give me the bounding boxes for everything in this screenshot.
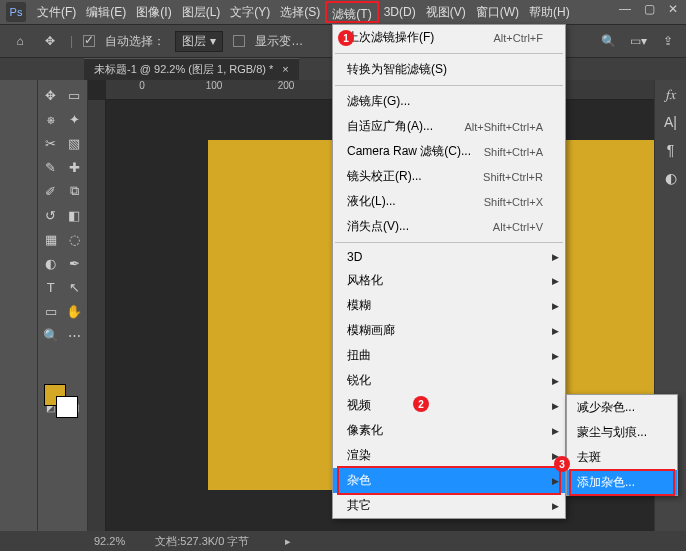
toolbox: ✥ ▭ ⎈ ✦ ✂ ▧ ✎ ✚ ✐ ⧉ ↺ ◧ ▦ ◌ ◐ ✒ T ↖ ▭ ✋ … <box>38 80 88 531</box>
menu-camera-raw[interactable]: Camera Raw 滤镜(C)...Shift+Ctrl+A <box>333 139 565 164</box>
menu-distort[interactable]: 扭曲 <box>333 343 565 368</box>
doc-info: 文档:527.3K/0 字节 <box>155 534 249 549</box>
eyedropper-tool[interactable]: ✎ <box>40 156 62 178</box>
close-icon[interactable]: ✕ <box>666 4 680 16</box>
menu-file[interactable]: 文件(F) <box>32 1 81 23</box>
status-bar: 92.2% 文档:527.3K/0 字节 ▸ <box>0 531 686 551</box>
menu-vanishing-point[interactable]: 消失点(V)...Alt+Ctrl+V <box>333 214 565 239</box>
menu-help[interactable]: 帮助(H) <box>524 1 575 23</box>
menu-layer[interactable]: 图层(L) <box>177 1 226 23</box>
annotation-badge-1: 1 <box>338 30 354 46</box>
menu-convert-smart[interactable]: 转换为智能滤镜(S) <box>333 57 565 82</box>
path-tool[interactable]: ↖ <box>64 276 86 298</box>
frame-tool[interactable]: ▧ <box>64 132 86 154</box>
stamp-tool[interactable]: ⧉ <box>64 180 86 202</box>
move-tool-icon[interactable]: ✥ <box>40 31 60 51</box>
minimize-icon[interactable]: — <box>618 4 632 16</box>
shape-tool[interactable]: ▭ <box>40 300 62 322</box>
filter-menu: 上次滤镜操作(F)Alt+Ctrl+F 转换为智能滤镜(S) 滤镜库(G)...… <box>332 24 566 519</box>
lasso-tool[interactable]: ⎈ <box>40 108 62 130</box>
pen-tool[interactable]: ✒ <box>64 252 86 274</box>
background-color[interactable] <box>56 396 78 418</box>
menu-adaptive-wide[interactable]: 自适应广角(A)...Alt+Shift+Ctrl+A <box>333 114 565 139</box>
fx-panel-icon[interactable]: 𝑓𝑥 <box>662 86 680 104</box>
type-tool[interactable]: T <box>40 276 62 298</box>
menu-pixelate[interactable]: 像素化 <box>333 418 565 443</box>
menu-image[interactable]: 图像(I) <box>131 1 176 23</box>
blur-tool[interactable]: ◌ <box>64 228 86 250</box>
auto-select-checkbox[interactable] <box>83 35 95 47</box>
submenu-add-noise[interactable]: 添加杂色... <box>567 470 677 495</box>
window-controls: — ▢ ✕ <box>618 4 680 16</box>
marquee-tool[interactable]: ▭ <box>64 84 86 106</box>
annotation-badge-2: 2 <box>413 396 429 412</box>
ruler-vertical <box>88 100 106 531</box>
menu-sharpen[interactable]: 锐化 <box>333 368 565 393</box>
annotation-badge-3: 3 <box>554 456 570 472</box>
left-dock <box>0 80 38 531</box>
close-tab-icon[interactable]: × <box>282 63 288 75</box>
menu-view[interactable]: 视图(V) <box>421 1 471 23</box>
adjustments-panel-icon[interactable]: ◐ <box>662 170 680 188</box>
menu-3d[interactable]: 3D(D) <box>379 1 421 23</box>
show-transform-label: 显示变… <box>255 33 303 50</box>
maximize-icon[interactable]: ▢ <box>642 4 656 16</box>
move-tool[interactable]: ✥ <box>40 84 62 106</box>
menu-filter-gallery[interactable]: 滤镜库(G)... <box>333 89 565 114</box>
heal-tool[interactable]: ✚ <box>64 156 86 178</box>
menu-last-filter[interactable]: 上次滤镜操作(F)Alt+Ctrl+F <box>333 25 565 50</box>
home-icon[interactable]: ⌂ <box>10 31 30 51</box>
zoom-level[interactable]: 92.2% <box>94 535 125 547</box>
dodge-tool[interactable]: ◐ <box>40 252 62 274</box>
document-tab[interactable]: 未标题-1 @ 92.2% (图层 1, RGB/8) * × <box>84 58 299 80</box>
menu-render[interactable]: 渲染 <box>333 443 565 468</box>
search-icon[interactable]: 🔍 <box>598 31 618 51</box>
menu-noise[interactable]: 杂色 <box>333 468 565 493</box>
submenu-reduce-noise[interactable]: 减少杂色... <box>567 395 677 420</box>
workspace-icon[interactable]: ▭▾ <box>628 31 648 51</box>
app-logo <box>6 2 26 22</box>
auto-select-label: 自动选择： <box>105 33 165 50</box>
menu-blur[interactable]: 模糊 <box>333 293 565 318</box>
menu-bar: 文件(F) 编辑(E) 图像(I) 图层(L) 文字(Y) 选择(S) 滤镜(T… <box>0 0 686 24</box>
menu-edit[interactable]: 编辑(E) <box>81 1 131 23</box>
history-brush-tool[interactable]: ↺ <box>40 204 62 226</box>
share-icon[interactable]: ⇪ <box>658 31 678 51</box>
color-swatch[interactable] <box>40 378 85 418</box>
crop-tool[interactable]: ✂ <box>40 132 62 154</box>
gradient-tool[interactable]: ▦ <box>40 228 62 250</box>
menu-other[interactable]: 其它 <box>333 493 565 518</box>
show-transform-checkbox[interactable] <box>233 35 245 47</box>
menu-filter[interactable]: 滤镜(T) <box>325 1 378 23</box>
noise-submenu: 减少杂色... 蒙尘与划痕... 去斑 添加杂色... <box>566 394 678 496</box>
menu-liquify[interactable]: 液化(L)...Shift+Ctrl+X <box>333 189 565 214</box>
submenu-despeckle[interactable]: 去斑 <box>567 445 677 470</box>
submenu-dust-scratches[interactable]: 蒙尘与划痕... <box>567 420 677 445</box>
eraser-tool[interactable]: ◧ <box>64 204 86 226</box>
quick-select-tool[interactable]: ✦ <box>64 108 86 130</box>
menu-type[interactable]: 文字(Y) <box>225 1 275 23</box>
glyphs-panel-icon[interactable]: A| <box>662 114 680 132</box>
menu-blur-gallery[interactable]: 模糊画廊 <box>333 318 565 343</box>
brush-tool[interactable]: ✐ <box>40 180 62 202</box>
menu-window[interactable]: 窗口(W) <box>471 1 524 23</box>
spacer <box>40 348 62 370</box>
menu-select[interactable]: 选择(S) <box>275 1 325 23</box>
paragraph-panel-icon[interactable]: ¶ <box>662 142 680 160</box>
auto-select-combo[interactable]: 图层▾ <box>175 31 223 52</box>
hand-tool[interactable]: ✋ <box>64 300 86 322</box>
menu-lens-correction[interactable]: 镜头校正(R)...Shift+Ctrl+R <box>333 164 565 189</box>
menu-3d[interactable]: 3D <box>333 246 565 268</box>
edit-toolbar[interactable]: ⋯ <box>64 324 86 346</box>
menu-stylize[interactable]: 风格化 <box>333 268 565 293</box>
zoom-tool[interactable]: 🔍 <box>40 324 62 346</box>
menu-video[interactable]: 视频 <box>333 393 565 418</box>
